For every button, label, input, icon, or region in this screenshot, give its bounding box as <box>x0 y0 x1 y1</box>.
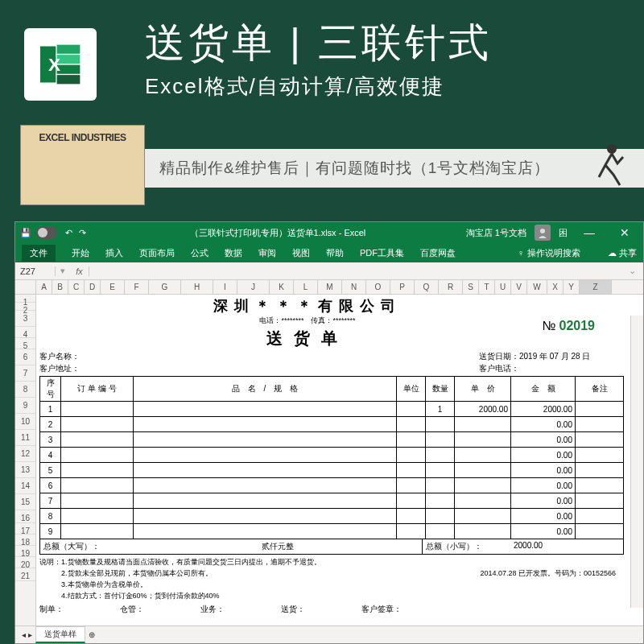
save-icon[interactable]: 💾 <box>20 228 31 238</box>
col-F[interactable]: F <box>125 280 149 294</box>
tab-pdf[interactable]: PDF工具集 <box>360 247 404 259</box>
row-19[interactable]: 19 <box>15 546 35 557</box>
tab-help[interactable]: 帮助 <box>326 247 344 259</box>
horizontal-scrollbar[interactable] <box>176 630 630 643</box>
building-label: EXCEL INDUSTRIES <box>39 132 126 143</box>
row-9[interactable]: 9 <box>15 398 35 414</box>
document-area[interactable]: 深圳＊＊＊有限公司 电话：******** 传真：******** 送货单 № … <box>36 295 643 625</box>
col-Y[interactable]: Y <box>564 280 580 294</box>
customer-tel: 客户电话： <box>479 363 640 374</box>
col-M[interactable]: M <box>318 280 342 294</box>
row-21[interactable]: 21 <box>15 568 35 581</box>
row-11[interactable]: 11 <box>15 430 35 446</box>
row-8[interactable]: 8 <box>15 382 35 398</box>
formula-bar: Z27 ▾ fx ⌄ <box>15 262 643 280</box>
row-18[interactable]: 18 <box>15 535 35 546</box>
table-row: 60.00 <box>40 478 624 493</box>
tab-data[interactable]: 数据 <box>225 247 242 259</box>
tab-review[interactable]: 审阅 <box>258 247 276 259</box>
badge-strip: 精品制作&维护售后｜有问题随时找（1号文档淘宝店） <box>145 149 644 188</box>
delivery-table: 序号 订 单 编 号 品 名 / 规 格 单位 数量 单 价 金 额 备注 11… <box>39 376 624 539</box>
col-G[interactable]: G <box>149 280 181 294</box>
col-E[interactable]: E <box>101 280 125 294</box>
table-row: 30.00 <box>40 432 624 448</box>
svg-text:X: X <box>48 55 60 75</box>
col-B[interactable]: B <box>52 280 68 294</box>
col-C[interactable]: C <box>68 280 85 294</box>
row-6[interactable]: 6 <box>15 349 35 365</box>
customer-name-label: 客户名称： <box>39 351 479 362</box>
col-W[interactable]: W <box>527 280 547 294</box>
col-P[interactable]: P <box>390 280 415 294</box>
ribbon-collapse-icon[interactable]: 困 <box>559 227 568 239</box>
col-X[interactable]: X <box>547 280 564 294</box>
fx-label[interactable]: fx <box>70 266 89 276</box>
col-A[interactable]: A <box>36 280 52 294</box>
row-20[interactable]: 20 <box>15 557 35 568</box>
banner-title: 送货单 | 三联针式 <box>145 16 492 70</box>
row-12[interactable]: 12 <box>15 446 35 462</box>
banner-subtitle: Excel格式/自动计算/高效便捷 <box>145 72 444 101</box>
tab-baidu[interactable]: 百度网盘 <box>420 247 456 259</box>
col-N[interactable]: N <box>342 280 366 294</box>
row-14[interactable]: 14 <box>15 478 35 494</box>
col-T[interactable]: T <box>479 280 495 294</box>
col-V[interactable]: V <box>511 280 527 294</box>
svg-rect-4 <box>56 75 80 85</box>
table-row: 40.00 <box>40 448 624 463</box>
row-10[interactable]: 10 <box>15 414 35 430</box>
autosave-toggle[interactable] <box>36 226 57 239</box>
row-17[interactable]: 17 <box>15 523 35 535</box>
row-13[interactable]: 13 <box>15 462 35 478</box>
add-sheet-icon[interactable]: ⊕ <box>89 630 95 639</box>
col-Z[interactable]: Z <box>580 280 612 294</box>
col-L[interactable]: L <box>294 280 318 294</box>
col-S[interactable]: S <box>463 280 479 294</box>
expand-icon[interactable]: ⌄ <box>629 266 643 276</box>
sheet-tab-1[interactable]: 送货单样 <box>35 626 85 643</box>
col-I[interactable]: I <box>213 280 237 294</box>
tab-layout[interactable]: 页面布局 <box>139 247 175 259</box>
signature-row: 制单： 仓管： 业务： 送货： 客户签章： <box>39 604 640 615</box>
share-button[interactable]: ☁ 共享 <box>608 247 637 259</box>
spreadsheet-grid[interactable]: A B C D E F G H I J K L M N O P Q R S T … <box>15 280 643 625</box>
row-15[interactable]: 15 <box>15 494 35 510</box>
col-R[interactable]: R <box>439 280 463 294</box>
col-J[interactable]: J <box>237 280 270 294</box>
row-7[interactable]: 7 <box>15 365 35 382</box>
redo-icon[interactable]: ↷ <box>79 228 86 238</box>
customer-addr-label: 客户地址： <box>39 363 479 374</box>
col-Q[interactable]: Q <box>415 280 439 294</box>
table-row: 20.00 <box>40 417 624 432</box>
ribbon-tabs: 文件 开始 插入 页面布局 公式 数据 审阅 视图 帮助 PDF工具集 百度网盘… <box>15 243 643 262</box>
avatar[interactable] <box>535 225 551 241</box>
sheet-nav[interactable]: ◂ ▸ <box>22 630 32 639</box>
col-O[interactable]: O <box>366 280 390 294</box>
excel-window: 💾 ↶ ↷ （三联针式打印机专用）送货单1.xlsx - Excel 淘宝店 1… <box>14 221 644 644</box>
vertical-scrollbar[interactable] <box>630 316 643 608</box>
table-row: 112000.002000.00 <box>40 402 624 417</box>
undo-icon[interactable]: ↶ <box>65 228 72 238</box>
close-button[interactable]: ✕ <box>611 226 638 239</box>
minimize-button[interactable]: — <box>576 226 603 239</box>
tab-home[interactable]: 开始 <box>72 247 89 259</box>
col-H[interactable]: H <box>181 280 213 294</box>
window-title: （三联针式打印机专用）送货单1.xlsx - Excel <box>89 227 466 239</box>
tab-formula[interactable]: 公式 <box>191 247 208 259</box>
tab-insert[interactable]: 插入 <box>105 247 123 259</box>
shop-name: 淘宝店 1号文档 <box>466 227 526 239</box>
table-row: 70.00 <box>40 493 624 509</box>
row-16[interactable]: 16 <box>15 510 35 523</box>
tell-me[interactable]: ♀操作说明搜索 <box>518 247 580 259</box>
name-box[interactable]: Z27 <box>15 266 56 276</box>
col-D[interactable]: D <box>85 280 101 294</box>
file-tab[interactable]: 文件 <box>22 245 56 262</box>
tab-view[interactable]: 视图 <box>292 247 310 259</box>
select-all[interactable] <box>15 280 36 294</box>
table-row: 50.00 <box>40 463 624 478</box>
table-row: 80.00 <box>40 509 624 524</box>
col-U[interactable]: U <box>495 280 511 294</box>
table-header-row: 序号 订 单 编 号 品 名 / 规 格 单位 数量 单 价 金 额 备注 <box>40 377 624 402</box>
col-K[interactable]: K <box>270 280 294 294</box>
dropdown-icon[interactable]: ▾ <box>56 266 70 276</box>
